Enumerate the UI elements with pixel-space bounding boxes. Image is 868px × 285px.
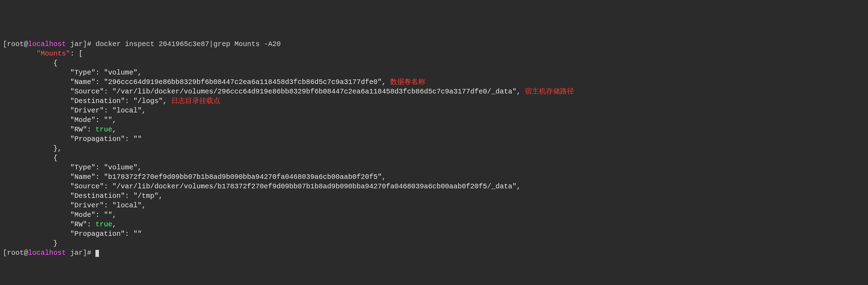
mounts-indent bbox=[3, 50, 36, 58]
mnt1-rw-pre: "RW": bbox=[3, 125, 95, 134]
prompt-close: ]# bbox=[83, 40, 91, 48]
mnt1-mode: "Mode": "", bbox=[3, 116, 116, 124]
prompt-open-2: [ bbox=[3, 249, 7, 257]
prompt-dir: jar bbox=[70, 40, 83, 48]
prompt-sep-2 bbox=[66, 249, 70, 257]
mnt2-prop: "Propagation": "" bbox=[3, 230, 142, 238]
prompt-open: [ bbox=[3, 40, 7, 48]
mnt1-rw-post: , bbox=[112, 125, 116, 134]
terminal-output: [root@localhost jar]# docker inspect 204… bbox=[3, 40, 574, 257]
mnt2-name: "Name": "b178372f270ef9d09bb07b1b8ad9b09… bbox=[3, 173, 386, 181]
prompt-space-2 bbox=[91, 249, 95, 257]
prompt-host: localhost bbox=[28, 40, 66, 48]
prompt-line-1[interactable]: [root@localhost jar]# docker inspect 204… bbox=[3, 40, 281, 48]
mnt2-mode: "Mode": "", bbox=[3, 211, 116, 219]
mounts-key: "Mounts" bbox=[36, 50, 70, 58]
mounts-rest: : [ bbox=[70, 50, 83, 58]
prompt-at-2: @ bbox=[24, 249, 28, 257]
prompt-dir-2: jar bbox=[70, 249, 83, 257]
cursor-icon bbox=[95, 250, 99, 257]
prompt-host-2: localhost bbox=[28, 249, 66, 257]
mnt1-source: "Source": "/var/lib/docker/volumes/296cc… bbox=[3, 88, 521, 96]
annotation-logs-mountpoint: 日志目录挂载点 bbox=[167, 97, 220, 105]
mnt2-rw-pre: "RW": bbox=[3, 220, 95, 228]
mnt1-driver: "Driver": "local", bbox=[3, 106, 146, 115]
brace-close-comma: }, bbox=[3, 144, 62, 153]
mnt1-name: "Name": "296ccc64d919e86bb8329bf6b08447c… bbox=[3, 78, 386, 86]
annotation-host-path: 宿主机存储路径 bbox=[521, 88, 574, 96]
prompt-close-2: ]# bbox=[83, 249, 91, 257]
mnt1-type: "Type": "volume", bbox=[3, 69, 142, 77]
brace-open-1: { bbox=[3, 59, 58, 67]
mnt1-dest: "Destination": "/logs", bbox=[3, 97, 167, 105]
brace-close-2: } bbox=[3, 239, 58, 247]
mnt2-type: "Type": "volume", bbox=[3, 163, 142, 171]
mnt2-source: "Source": "/var/lib/docker/volumes/b1783… bbox=[3, 182, 521, 190]
mnt2-driver: "Driver": "local", bbox=[3, 201, 146, 209]
command-text: docker inspect 2041965c3e87|grep Mounts … bbox=[95, 40, 281, 48]
brace-open-2: { bbox=[3, 154, 58, 162]
prompt-sep bbox=[66, 40, 70, 48]
mnt1-rw-val: true bbox=[95, 125, 112, 134]
prompt-user-2: root bbox=[7, 249, 24, 257]
prompt-at: @ bbox=[24, 40, 28, 48]
prompt-line-2[interactable]: [root@localhost jar]# bbox=[3, 249, 99, 257]
mnt2-rw-post: , bbox=[112, 220, 116, 228]
mnt2-rw-val: true bbox=[95, 220, 112, 228]
prompt-user: root bbox=[7, 40, 24, 48]
mnt2-dest: "Destination": "/tmp", bbox=[3, 192, 163, 200]
mnt1-prop: "Propagation": "" bbox=[3, 135, 142, 143]
annotation-volume-name: 数据卷名称 bbox=[386, 78, 425, 86]
prompt-space bbox=[91, 40, 95, 48]
